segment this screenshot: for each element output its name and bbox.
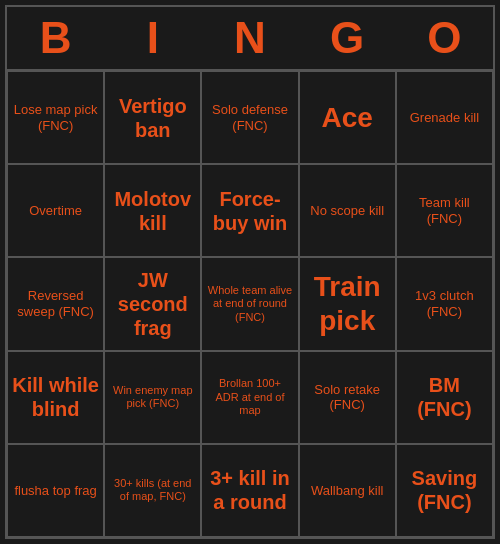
cell-text-22: 3+ kill in a round [206, 466, 293, 514]
grid-cell-10[interactable]: Reversed sweep (FNC) [7, 257, 104, 350]
cell-text-14: 1v3 clutch (FNC) [401, 288, 488, 319]
cell-text-1: Vertigo ban [109, 94, 196, 142]
cell-text-0: Lose map pick (FNC) [12, 102, 99, 133]
grid-cell-11[interactable]: JW second frag [104, 257, 201, 350]
grid-cell-16[interactable]: Win enemy map pick (FNC) [104, 351, 201, 444]
cell-text-19: BM (FNC) [401, 373, 488, 421]
grid-cell-6[interactable]: Molotov kill [104, 164, 201, 257]
grid-cell-17[interactable]: Brollan 100+ ADR at end of map [201, 351, 298, 444]
cell-text-20: flusha top frag [14, 483, 96, 499]
grid-cell-21[interactable]: 30+ kills (at end of map, FNC) [104, 444, 201, 537]
cell-text-24: Saving (FNC) [401, 466, 488, 514]
grid-cell-1[interactable]: Vertigo ban [104, 71, 201, 164]
grid-cell-9[interactable]: Team kill (FNC) [396, 164, 493, 257]
grid-cell-18[interactable]: Solo retake (FNC) [299, 351, 396, 444]
cell-text-17: Brollan 100+ ADR at end of map [206, 377, 293, 417]
letter-i: I [104, 13, 201, 63]
letter-n: N [201, 13, 298, 63]
bingo-grid: Lose map pick (FNC)Vertigo banSolo defen… [7, 69, 493, 537]
cell-text-18: Solo retake (FNC) [304, 382, 391, 413]
grid-cell-20[interactable]: flusha top frag [7, 444, 104, 537]
grid-cell-15[interactable]: Kill while blind [7, 351, 104, 444]
cell-text-12: Whole team alive at end of round (FNC) [206, 284, 293, 324]
grid-cell-22[interactable]: 3+ kill in a round [201, 444, 298, 537]
grid-cell-24[interactable]: Saving (FNC) [396, 444, 493, 537]
grid-cell-4[interactable]: Grenade kill [396, 71, 493, 164]
cell-text-15: Kill while blind [12, 373, 99, 421]
grid-cell-19[interactable]: BM (FNC) [396, 351, 493, 444]
grid-cell-7[interactable]: Force-buy win [201, 164, 298, 257]
grid-cell-0[interactable]: Lose map pick (FNC) [7, 71, 104, 164]
grid-cell-8[interactable]: No scope kill [299, 164, 396, 257]
cell-text-9: Team kill (FNC) [401, 195, 488, 226]
cell-text-23: Wallbang kill [311, 483, 384, 499]
cell-text-11: JW second frag [109, 268, 196, 340]
grid-cell-13[interactable]: Train pick [299, 257, 396, 350]
letter-o: O [396, 13, 493, 63]
cell-text-4: Grenade kill [410, 110, 479, 126]
grid-cell-23[interactable]: Wallbang kill [299, 444, 396, 537]
bingo-header: B I N G O [7, 7, 493, 69]
cell-text-5: Overtime [29, 203, 82, 219]
cell-text-16: Win enemy map pick (FNC) [109, 384, 196, 410]
grid-cell-12[interactable]: Whole team alive at end of round (FNC) [201, 257, 298, 350]
bingo-card: B I N G O Lose map pick (FNC)Vertigo ban… [5, 5, 495, 539]
cell-text-2: Solo defense (FNC) [206, 102, 293, 133]
grid-cell-14[interactable]: 1v3 clutch (FNC) [396, 257, 493, 350]
cell-text-10: Reversed sweep (FNC) [12, 288, 99, 319]
cell-text-6: Molotov kill [109, 187, 196, 235]
cell-text-8: No scope kill [310, 203, 384, 219]
letter-b: B [7, 13, 104, 63]
grid-cell-2[interactable]: Solo defense (FNC) [201, 71, 298, 164]
cell-text-13: Train pick [304, 270, 391, 337]
grid-cell-5[interactable]: Overtime [7, 164, 104, 257]
cell-text-7: Force-buy win [206, 187, 293, 235]
grid-cell-3[interactable]: Ace [299, 71, 396, 164]
cell-text-21: 30+ kills (at end of map, FNC) [109, 477, 196, 503]
letter-g: G [299, 13, 396, 63]
cell-text-3: Ace [322, 101, 373, 135]
